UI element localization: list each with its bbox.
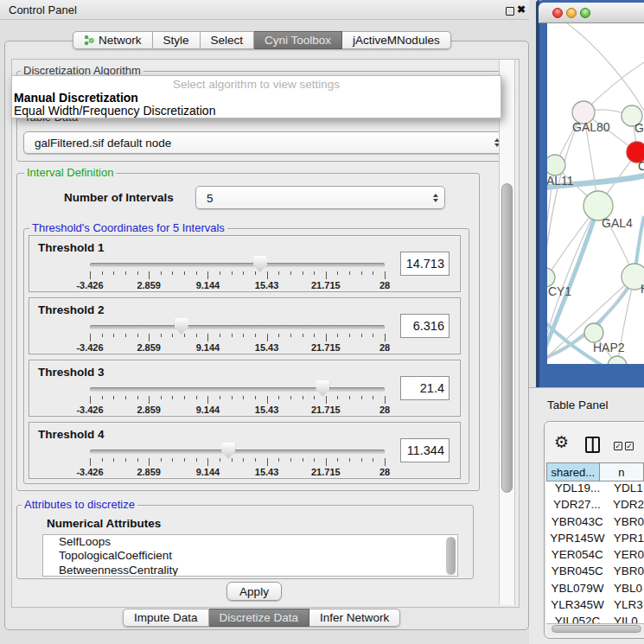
- slider-thumb[interactable]: [221, 443, 235, 459]
- threshold-row-2: Threshold 2 -3.4262.8599.14415.4321.7152…: [29, 297, 461, 354]
- cell-shared-name[interactable]: YDL19...: [546, 481, 609, 498]
- cell-name[interactable]: YDL1: [609, 481, 643, 498]
- threshold-slider-track[interactable]: [90, 263, 385, 267]
- cell-name[interactable]: YDR2: [608, 498, 644, 514]
- list-item[interactable]: SelfLoops: [43, 535, 457, 549]
- tab-label: Select: [211, 34, 244, 47]
- num-intervals-value: 5: [207, 191, 214, 204]
- slider-thumb[interactable]: [316, 380, 329, 397]
- threshold-slider-track[interactable]: [90, 450, 385, 454]
- slider-ticks: [90, 334, 386, 342]
- tab-infer-network[interactable]: Infer Network: [309, 609, 400, 627]
- dropdown-option-manual[interactable]: Manual Discretization: [14, 91, 138, 105]
- network-node-label: GCY1: [547, 284, 571, 298]
- network-node[interactable]: [584, 323, 603, 342]
- apply-button[interactable]: Apply: [226, 582, 282, 601]
- threshold-row-3: Threshold 3 -3.4262.8599.14415.4321.7152…: [29, 360, 461, 417]
- tab-discretize-data[interactable]: Discretize Data: [209, 609, 310, 627]
- dropdown-hint-item[interactable]: Select algorithm to view settings: [12, 78, 501, 91]
- threshold-label: Threshold 3: [38, 366, 105, 379]
- tab-impute-data[interactable]: Impute Data: [123, 609, 209, 627]
- slider-tick-labels: -3.4262.8599.14415.4321.71528: [29, 280, 460, 290]
- slider-ticks: [90, 458, 386, 467]
- table-row[interactable]: YBL079WYBL0: [546, 582, 644, 598]
- slider-thumb[interactable]: [253, 256, 267, 272]
- tab-label: Infer Network: [320, 611, 389, 624]
- table-hscrollbar-thumb[interactable]: [552, 625, 641, 633]
- tab-style[interactable]: Style: [153, 31, 201, 49]
- threshold-label: Threshold 2: [38, 303, 105, 316]
- cell-name[interactable]: YBL0: [609, 582, 642, 598]
- table-row[interactable]: YBR043CYBR0: [546, 515, 644, 532]
- table-row[interactable]: YBR045CYBR0: [546, 564, 644, 581]
- list-scrollbar-thumb[interactable]: [446, 537, 456, 575]
- cell-shared-name[interactable]: YBL079W: [546, 582, 609, 598]
- cell-shared-name[interactable]: YLR345W: [546, 598, 609, 615]
- checkbox-icon[interactable]: ✓: [614, 442, 622, 450]
- table-panel-title: Table Panel: [547, 399, 609, 411]
- threshold-row-4: Threshold 4 -3.4262.8599.14415.4321.7152…: [29, 422, 461, 479]
- thresholds-title: Threshold's Coordinates for 5 Intervals: [29, 222, 227, 234]
- screen: Control Panel ✖ Network Style Select Cyn…: [0, 0, 644, 644]
- network-node-label: GAL4: [602, 216, 633, 230]
- table-row[interactable]: YIL052CYIL0: [546, 615, 644, 623]
- network-node[interactable]: [608, 356, 627, 364]
- table-row[interactable]: YER054CYER0: [546, 548, 644, 564]
- split-columns-icon[interactable]: [585, 437, 600, 453]
- tab-select[interactable]: Select: [201, 31, 255, 49]
- panel-scrollbar-thumb[interactable]: [501, 183, 513, 493]
- control-panel-titlebar: [0, 0, 529, 20]
- cell-shared-name[interactable]: YER054C: [546, 548, 609, 564]
- tab-network[interactable]: Network: [73, 31, 153, 49]
- list-item[interactable]: TopologicalCoefficient: [43, 549, 457, 563]
- float-window-icon[interactable]: [506, 7, 514, 16]
- num-intervals-combo[interactable]: 5: [195, 186, 445, 209]
- cell-shared-name[interactable]: YPR145W: [546, 532, 609, 548]
- minimize-window-icon[interactable]: [566, 8, 577, 18]
- slider-thumb[interactable]: [175, 318, 188, 335]
- threshold-value-input[interactable]: [400, 314, 450, 338]
- network-node-label: H: [641, 282, 644, 296]
- network-node[interactable]: [547, 155, 565, 175]
- table-row[interactable]: YPR145WYPR1: [546, 532, 644, 548]
- network-node-label: GAL11: [547, 174, 574, 188]
- cell-name[interactable]: YIL0: [609, 615, 638, 623]
- cell-shared-name[interactable]: YBR043C: [546, 515, 609, 532]
- cell-name[interactable]: YLR3: [609, 598, 643, 615]
- table-row[interactable]: YDL19...YDL1: [546, 481, 644, 498]
- cell-shared-name[interactable]: YIL052C: [546, 615, 609, 623]
- column-header-name[interactable]: n: [600, 462, 644, 481]
- checkbox-icon[interactable]: ✓: [625, 442, 634, 450]
- tab-jactivemnodules[interactable]: jActiveMNodules: [342, 31, 451, 49]
- tab-cyni-toolbox[interactable]: Cyni Toolbox: [254, 31, 342, 49]
- cell-name[interactable]: YPR1: [609, 532, 644, 548]
- numerical-attributes-list: SelfLoops TopologicalCoefficient Between…: [42, 534, 458, 577]
- threshold-slider-track[interactable]: [90, 325, 385, 329]
- network-node-label: GA: [634, 121, 644, 135]
- network-node-label: GAL80: [572, 120, 610, 134]
- table-data-combo[interactable]: galFiltered.sif default node: [23, 131, 507, 154]
- table-row[interactable]: YDR27...YDR2: [546, 498, 644, 514]
- cyni-bottom-tabs: Impute Data Discretize Data Infer Networ…: [123, 609, 400, 627]
- table-row[interactable]: YLR345WYLR3: [546, 598, 644, 615]
- network-canvas[interactable]: GAL80GACGAL11GAL4GCY1HHAP2: [547, 23, 644, 364]
- cell-name[interactable]: YBR0: [609, 515, 644, 532]
- gear-icon[interactable]: ⚙: [554, 433, 569, 452]
- cell-shared-name[interactable]: YDR27...: [546, 498, 608, 514]
- close-window-icon[interactable]: [552, 8, 563, 18]
- column-header-shared-name[interactable]: shared...: [546, 462, 600, 481]
- list-item[interactable]: BetweennessCentrality: [43, 564, 457, 577]
- network-window-frame-edge: [536, 0, 539, 387]
- threshold-slider-track[interactable]: [90, 387, 385, 392]
- cell-name[interactable]: YBR0: [609, 564, 644, 581]
- cell-shared-name[interactable]: YBR045C: [546, 564, 609, 581]
- dropdown-option-equal-width[interactable]: Equal Width/Frequency Discretization: [14, 104, 215, 118]
- threshold-value-input[interactable]: [400, 376, 450, 400]
- tab-label: Cyni Toolbox: [265, 34, 331, 47]
- close-icon[interactable]: ✖: [517, 3, 526, 16]
- threshold-value-input[interactable]: [400, 438, 450, 462]
- zoom-window-icon[interactable]: [580, 8, 590, 18]
- slider-tick-labels: -3.4262.8599.14415.4321.71528: [29, 405, 460, 415]
- threshold-value-input[interactable]: [400, 252, 450, 276]
- cell-name[interactable]: YER0: [609, 548, 644, 564]
